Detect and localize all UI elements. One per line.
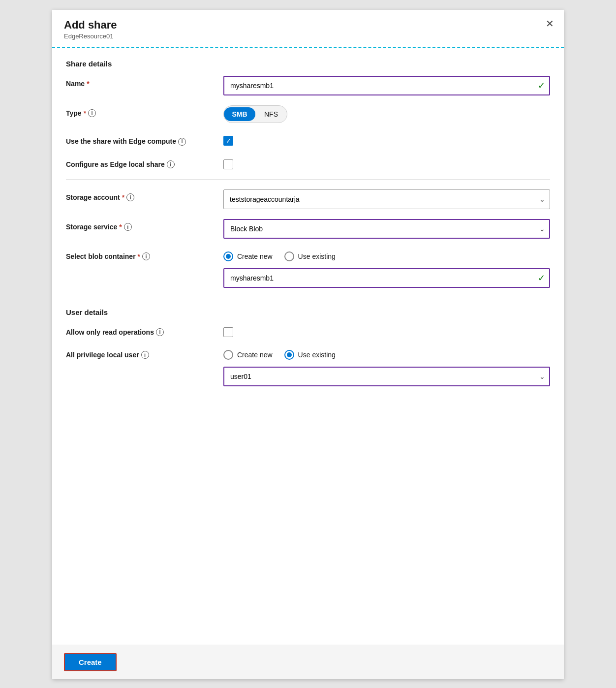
divider-1 — [66, 179, 550, 180]
storage-account-select[interactable]: teststorageaccountarja — [223, 189, 550, 209]
edge-compute-control: ✓ — [223, 133, 550, 146]
type-control-area: SMB NFS — [223, 105, 550, 123]
name-required-star: * — [87, 80, 89, 88]
smb-option[interactable]: SMB — [224, 107, 255, 121]
create-button[interactable]: Create — [64, 653, 117, 671]
edge-compute-info-icon[interactable]: i — [178, 138, 186, 146]
panel-footer: Create — [52, 645, 564, 679]
privilege-user-select-wrapper: user01 ⌄ — [223, 367, 550, 386]
blob-container-label: Select blob container * i — [66, 249, 223, 260]
privilege-user-info-icon[interactable]: i — [141, 351, 149, 359]
blob-container-info-icon[interactable]: i — [142, 252, 150, 260]
edge-compute-check-icon: ✓ — [226, 137, 231, 145]
user-use-existing-label: Use existing — [298, 351, 336, 359]
read-only-checkbox[interactable] — [223, 327, 233, 337]
storage-account-control: teststorageaccountarja ⌄ — [223, 189, 550, 209]
privilege-user-radio-group: Create new Use existing — [223, 350, 550, 360]
user-create-new-label: Create new — [237, 351, 273, 359]
storage-account-row: Storage account * i teststorageaccountar… — [66, 189, 550, 209]
blob-use-existing-radio[interactable] — [284, 251, 294, 261]
read-only-label: Allow only read operations i — [66, 324, 223, 336]
blob-create-new-radio[interactable] — [223, 251, 233, 261]
panel-body: Share details Name * ✓ Type * i — [52, 48, 564, 645]
close-icon: ✕ — [546, 18, 554, 29]
blob-create-new-label: Create new — [237, 252, 273, 260]
edge-compute-checkbox[interactable]: ✓ — [223, 136, 233, 146]
storage-service-row: Storage service * i Block Blob ⌄ — [66, 219, 550, 239]
storage-account-required-star: * — [122, 193, 124, 201]
blob-use-existing-label: Use existing — [298, 252, 336, 260]
edge-local-control — [223, 156, 550, 169]
blob-container-radio-group: Create new Use existing — [223, 251, 550, 261]
blob-container-required-star: * — [138, 252, 140, 260]
blob-use-existing-option[interactable]: Use existing — [284, 251, 336, 261]
edge-compute-label: Use the share with Edge compute i — [66, 133, 223, 147]
name-input[interactable] — [223, 76, 550, 95]
blob-create-new-option[interactable]: Create new — [223, 251, 273, 261]
storage-account-label: Storage account * i — [66, 189, 223, 201]
privilege-user-row: All privilege local user i Create new Us… — [66, 347, 550, 386]
nfs-option[interactable]: NFS — [255, 107, 287, 121]
read-only-checkbox-wrapper — [223, 327, 550, 337]
storage-service-select-wrapper: Block Blob ⌄ — [223, 219, 550, 239]
close-button[interactable]: ✕ — [546, 19, 554, 29]
type-label: Type * i — [66, 105, 223, 117]
blob-container-row: Select blob container * i Create new Use… — [66, 249, 550, 288]
storage-account-info-icon[interactable]: i — [126, 193, 134, 201]
blob-container-valid-icon: ✓ — [538, 273, 545, 283]
storage-account-select-wrapper: teststorageaccountarja ⌄ — [223, 189, 550, 209]
blob-container-input[interactable] — [223, 268, 550, 288]
type-field-row: Type * i SMB NFS — [66, 105, 550, 123]
user-create-new-option[interactable]: Create new — [223, 350, 273, 360]
blob-container-input-wrapper-outer: ✓ — [223, 268, 550, 288]
privilege-user-label: All privilege local user i — [66, 347, 223, 359]
edge-local-checkbox-wrapper — [223, 159, 550, 169]
panel-subtitle: EdgeResource01 — [64, 32, 552, 40]
type-toggle[interactable]: SMB NFS — [223, 105, 287, 123]
storage-service-select[interactable]: Block Blob — [223, 219, 550, 239]
edge-compute-checkbox-wrapper: ✓ — [223, 136, 550, 146]
user-use-existing-radio[interactable] — [284, 350, 294, 360]
storage-service-required-star: * — [119, 223, 122, 231]
panel-header: Add share EdgeResource01 ✕ — [52, 10, 564, 48]
edge-local-row: Configure as Edge local share i — [66, 156, 550, 169]
divider-2 — [66, 298, 550, 298]
storage-service-control: Block Blob ⌄ — [223, 219, 550, 239]
storage-service-info-icon[interactable]: i — [124, 223, 132, 231]
read-only-control — [223, 324, 550, 337]
user-details-section-title: User details — [66, 308, 550, 316]
edge-local-checkbox[interactable] — [223, 159, 233, 169]
storage-service-label: Storage service * i — [66, 219, 223, 231]
read-only-info-icon[interactable]: i — [156, 328, 164, 336]
type-required-star: * — [84, 109, 86, 117]
share-details-section-title: Share details — [66, 60, 550, 68]
blob-container-control: Create new Use existing ✓ — [223, 249, 550, 288]
name-label: Name * — [66, 76, 223, 88]
blob-create-new-radio-inner — [226, 254, 231, 259]
privilege-user-select[interactable]: user01 — [223, 367, 550, 386]
type-info-icon[interactable]: i — [88, 109, 96, 117]
panel-title: Add share — [64, 19, 552, 31]
edge-local-info-icon[interactable]: i — [167, 160, 175, 168]
user-create-new-radio[interactable] — [223, 350, 233, 360]
edge-compute-row: Use the share with Edge compute i ✓ — [66, 133, 550, 147]
read-only-row: Allow only read operations i — [66, 324, 550, 337]
name-input-area: ✓ — [223, 76, 550, 95]
blob-container-input-wrapper: ✓ — [223, 268, 550, 288]
user-use-existing-option[interactable]: Use existing — [284, 350, 336, 360]
privilege-user-select-wrapper-outer: user01 ⌄ — [223, 367, 550, 386]
privilege-user-control: Create new Use existing user01 ⌄ — [223, 347, 550, 386]
name-valid-icon: ✓ — [538, 80, 545, 91]
name-input-wrapper: ✓ — [223, 76, 550, 95]
add-share-panel: Add share EdgeResource01 ✕ Share details… — [52, 10, 564, 679]
name-field-row: Name * ✓ — [66, 76, 550, 95]
edge-local-label: Configure as Edge local share i — [66, 156, 223, 168]
user-use-existing-radio-inner — [287, 352, 292, 357]
